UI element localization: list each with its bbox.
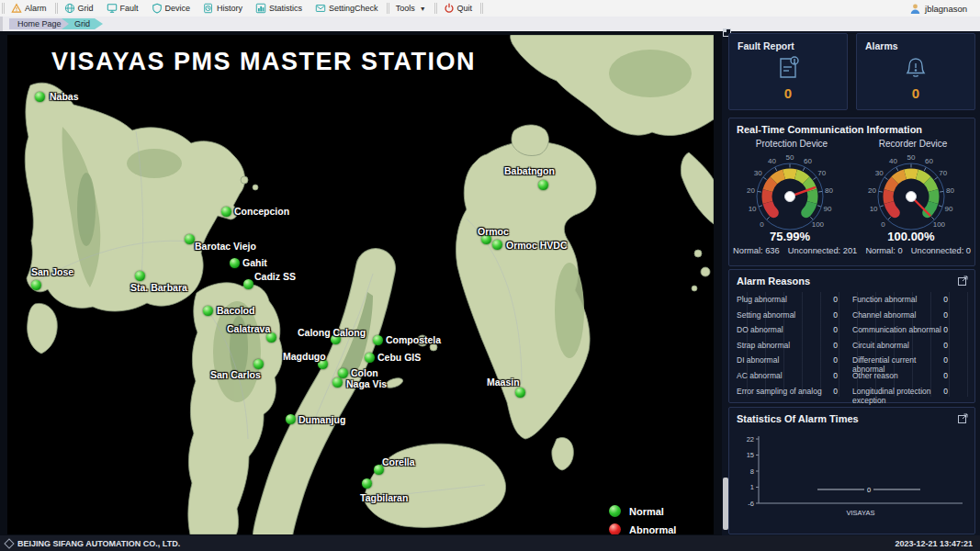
island-samar-strip: [681, 152, 714, 224]
svg-text:60: 60: [925, 157, 933, 165]
legend-label: Abnormal: [629, 524, 676, 535]
svg-text:15: 15: [747, 451, 754, 459]
toolbar-button-quit[interactable]: Quit: [437, 0, 479, 17]
panel-scrollbar-thumb[interactable]: [723, 478, 728, 530]
svg-text:30: 30: [875, 169, 884, 177]
toolbar-button-fault[interactable]: Fault: [100, 0, 145, 17]
station-marker-bacolod[interactable]: [203, 306, 213, 316]
toolbar-button-tools[interactable]: Tools▼: [389, 0, 433, 17]
station-marker-barotac-viejo[interactable]: [185, 234, 195, 244]
map-islands: [7, 35, 714, 534]
alarm-reason-value: 0: [825, 310, 838, 320]
gauge-title-recorder: Recorder Device: [853, 139, 973, 149]
alarm-reason-label: Circuit abnormal: [852, 341, 909, 350]
alarms-card[interactable]: Alarms 0: [856, 33, 975, 110]
toolbar-button-grid[interactable]: Grid: [58, 0, 100, 17]
alarm-reason-value: 0: [935, 355, 948, 365]
application-window: AlarmGridFaultDeviceHistoryStatisticsSet…: [0, 0, 980, 551]
station-marker-cebu-gis[interactable]: [365, 353, 375, 363]
svg-text:20: 20: [868, 186, 876, 195]
power-icon: [444, 3, 455, 14]
toolbar-label: SettingCheck: [329, 4, 378, 13]
shield-icon: [152, 3, 163, 14]
station-label: Babatngon: [504, 165, 555, 176]
alarm-reason-value: 0: [825, 325, 838, 334]
station-marker-san-carlos[interactable]: [253, 359, 264, 369]
station-marker-ormoc-hvdc[interactable]: [492, 240, 502, 250]
alarm-reason-row: Plug abnormal0: [737, 295, 838, 309]
alarm-reason-row: Other reason0: [852, 371, 948, 385]
alarm-reasons-expand-icon[interactable]: [958, 276, 968, 286]
station-marker-babatngon[interactable]: [538, 180, 548, 190]
station-marker-naga-vis[interactable]: [332, 377, 343, 388]
svg-text:20: 20: [747, 186, 755, 195]
toolbar-label: Quit: [457, 4, 473, 13]
user-account[interactable]: jblagnason: [909, 3, 980, 15]
alarm-reason-value: 0: [825, 341, 838, 350]
station-marker-sta-barbara[interactable]: [135, 271, 145, 281]
station-marker-tagbilaran[interactable]: [362, 478, 372, 489]
monitor-icon: [107, 3, 118, 14]
map-legend: NormalAbnormal: [609, 505, 676, 534]
station-marker-nabas[interactable]: [35, 92, 45, 102]
rtci-title: Real-Time Communication Information: [737, 124, 922, 135]
alarm-reason-value: 0: [935, 341, 948, 350]
toolbar-label: Alarm: [25, 4, 47, 13]
svg-text:-6: -6: [748, 500, 754, 508]
alarm-reason-row: DI abnormal0: [737, 355, 838, 369]
svg-text:30: 30: [754, 169, 762, 177]
alarm-reason-label: DO abnormal: [737, 325, 783, 334]
map-view[interactable]: VISAYAS PMS MASTER STATION NabasSan Jose…: [7, 35, 714, 534]
station-marker-gahit[interactable]: [230, 258, 240, 268]
station-marker-compostela[interactable]: [373, 335, 383, 345]
station-marker-san-jose[interactable]: [31, 280, 41, 290]
alarm-reasons-title: Alarm Reasons: [737, 276, 810, 287]
alarm-reason-label: Plug abnormal: [737, 295, 787, 304]
svg-text:100: 100: [933, 220, 946, 229]
station-label: Sta. Barbara: [130, 282, 187, 293]
toolbar-separator: [2, 3, 3, 14]
alarm-reason-label: Setting abnormal: [737, 310, 795, 320]
svg-text:10: 10: [870, 205, 878, 213]
legend-item-abnormal: Abnormal: [609, 523, 676, 534]
toolbar-button-statistics[interactable]: Statistics: [249, 0, 309, 17]
station-label: Dumanjug: [299, 414, 345, 425]
alarm-reason-label: Channel abnormal: [852, 310, 916, 320]
alarm-reason-row: Communication abnormal0: [852, 325, 948, 339]
toolbar-button-settingcheck[interactable]: SettingCheck: [309, 0, 385, 17]
alarm-statistics-expand-icon[interactable]: [958, 413, 968, 423]
fault-report-card[interactable]: Fault Report 0: [728, 33, 848, 110]
toolbar-label: History: [217, 4, 242, 13]
protection-device-gauge: 010203040506070809010075.99%: [732, 150, 848, 245]
station-marker-maasin[interactable]: [515, 388, 525, 398]
station-label: Barotac Viejo: [195, 241, 256, 252]
toolbar-button-history[interactable]: History: [197, 0, 249, 17]
legend-normal-dot: [609, 505, 621, 517]
alarm-reason-value: 0: [825, 387, 838, 396]
alarm-reason-row: Channel abnormal0: [852, 310, 948, 324]
svg-text:90: 90: [823, 205, 831, 213]
station-marker-colon[interactable]: [338, 368, 348, 378]
alarm-reason-row: DO abnormal0: [737, 325, 838, 339]
gauge-stat: Unconnected: 201: [788, 246, 857, 255]
toolbar-separator: [387, 3, 388, 14]
station-marker-concepcion[interactable]: [221, 207, 231, 217]
svg-text:22: 22: [747, 435, 754, 444]
gauge-stat: Unconnected: 0: [911, 246, 971, 255]
station-label: Magdugo: [283, 351, 326, 362]
toolbar-button-device[interactable]: Device: [145, 0, 197, 17]
main-area: VISAYAS PMS MASTER STATION NabasSan Jose…: [0, 31, 980, 535]
alarms-title: Alarms: [865, 40, 898, 51]
station-marker-cadiz-ss[interactable]: [243, 279, 253, 289]
alarm-reason-row: Differential current abnormal0: [852, 355, 948, 369]
alarm-bell-icon: [857, 54, 974, 82]
svg-text:0: 0: [881, 220, 885, 229]
svg-text:8: 8: [750, 467, 754, 476]
status-bar: BEIJING SIFANG AUTOMATION CO., LTD. 2023…: [0, 535, 980, 551]
toolbar-button-alarm[interactable]: Alarm: [5, 0, 53, 17]
rtci-section: Real-Time Communication Information Prot…: [728, 118, 975, 266]
station-label: San Carlos: [210, 369, 261, 380]
alarm-reason-row: Longitudinal protection exception0: [852, 387, 948, 400]
station-marker-dumanjug[interactable]: [286, 414, 296, 424]
alarm-reason-value: 0: [935, 310, 948, 320]
